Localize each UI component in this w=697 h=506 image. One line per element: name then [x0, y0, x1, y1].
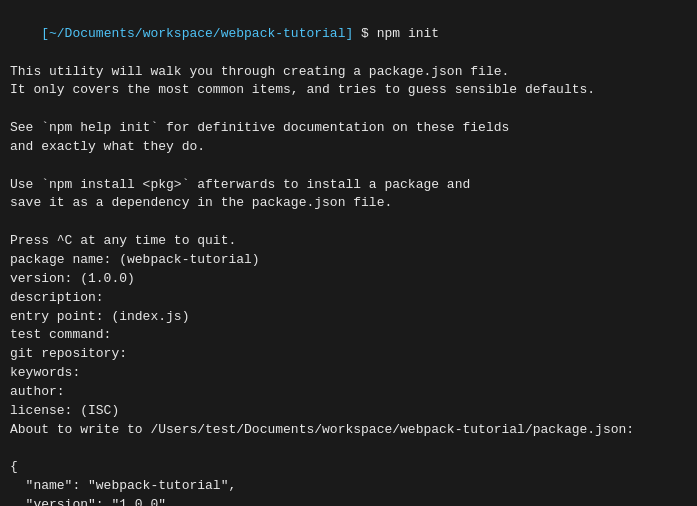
empty-line-4 — [10, 439, 687, 458]
terminal-window: [~/Documents/workspace/webpack-tutorial]… — [0, 0, 697, 506]
json-open: { — [10, 458, 687, 477]
prompt-path: [~/Documents/workspace/webpack-tutorial] — [41, 26, 353, 41]
prompt-dollar: $ npm init — [353, 26, 439, 41]
prompt-line[interactable]: [~/Documents/workspace/webpack-tutorial]… — [10, 6, 687, 63]
output-line-12: test command: — [10, 326, 687, 345]
json-version: "version": "1.0.0", — [10, 496, 687, 506]
output-line-7: Press ^C at any time to quit. — [10, 232, 687, 251]
output-line-1: This utility will walk you through creat… — [10, 63, 687, 82]
output-line-10: description: — [10, 289, 687, 308]
output-line-11: entry point: (index.js) — [10, 308, 687, 327]
output-line-5: Use `npm install <pkg>` afterwards to in… — [10, 176, 687, 195]
output-line-16: license: (ISC) — [10, 402, 687, 421]
output-line-6: save it as a dependency in the package.j… — [10, 194, 687, 213]
output-line-13: git repository: — [10, 345, 687, 364]
output-line-15: author: — [10, 383, 687, 402]
empty-line-1 — [10, 100, 687, 119]
output-line-17: About to write to /Users/test/Documents/… — [10, 421, 687, 440]
output-line-3: See `npm help init` for definitive docum… — [10, 119, 687, 138]
output-line-2: It only covers the most common items, an… — [10, 81, 687, 100]
empty-line-2 — [10, 157, 687, 176]
json-name: "name": "webpack-tutorial", — [10, 477, 687, 496]
output-line-14: keywords: — [10, 364, 687, 383]
empty-line-3 — [10, 213, 687, 232]
output-line-8: package name: (webpack-tutorial) — [10, 251, 687, 270]
output-line-4: and exactly what they do. — [10, 138, 687, 157]
output-line-9: version: (1.0.0) — [10, 270, 687, 289]
